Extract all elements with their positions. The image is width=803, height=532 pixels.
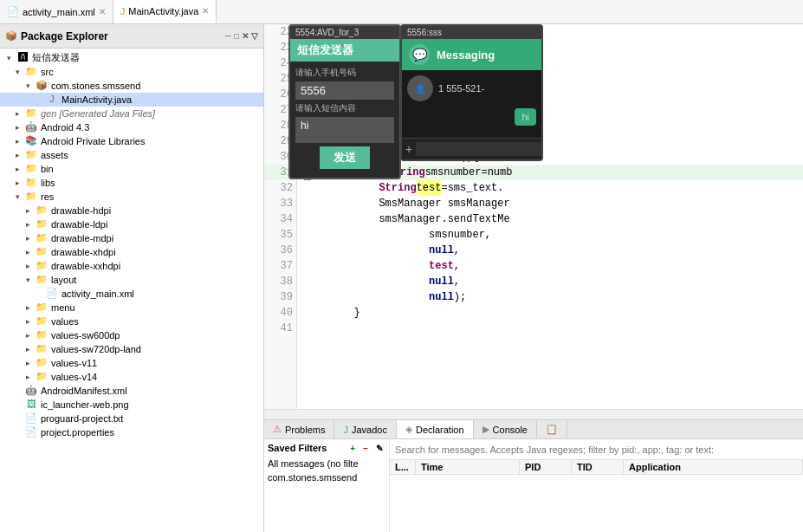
folder-layout: 📁 [35, 274, 49, 286]
problems-icon: ⚠ [273, 424, 282, 435]
filter-com-stones[interactable]: com.stones.smssend [268, 470, 385, 484]
tab-activity-main[interactable]: 📄 activity_main.xml ✕ [0, 0, 113, 23]
contact-row: 👤 1 555-521- [407, 75, 536, 101]
package-explorer-panel: 📦 Package Explorer ─ □ ✕ ▽ ▾ 🅰 短信发送器 ▾ 📁 [0, 24, 264, 532]
file-tree: ▾ 🅰 短信发送器 ▾ 📁 src ▾ 📦 com.stones.smssend [0, 49, 263, 532]
tree-item-src[interactable]: ▾ 📁 src [0, 65, 263, 79]
folder-mdpi: 📁 [35, 232, 49, 244]
tree-item-menu[interactable]: ▸ 📁 menu [0, 301, 263, 315]
send-btn[interactable]: 发送 [320, 146, 370, 169]
tree-item-activity-xml[interactable]: 📄 activity_main.xml [0, 287, 263, 301]
tree-item-proguard[interactable]: 📄 proguard-project.txt [0, 412, 263, 425]
compose-input[interactable] [416, 142, 542, 156]
tree-item-gen[interactable]: ▸ 📁 gen [Generated Java Files] [0, 107, 263, 120]
png-icon: 🖼 [24, 399, 38, 411]
folder-menu: 📁 [35, 302, 49, 314]
tree-item-drawable-mdpi[interactable]: ▸ 📁 drawable-mdpi [0, 231, 263, 245]
code-line-39: null ); [304, 289, 803, 305]
emu-5554-content: 请输入手机号码 5556 请输入短信内容 hi 发送 [290, 62, 399, 178]
filter-buttons: + − ✎ [347, 444, 385, 453]
editor-tabs: 📄 activity_main.xml ✕ J MainActivity.jav… [0, 0, 803, 24]
tree-item-assets[interactable]: ▸ 📁 assets [0, 148, 263, 162]
tree-item-values[interactable]: ▸ 📁 values [0, 315, 263, 328]
tab-problems[interactable]: ⚠ Problems [264, 420, 334, 438]
xml-icon: 📄 [45, 288, 59, 300]
tree-item-com[interactable]: ▾ 📦 com.stones.smssend [0, 79, 263, 93]
message-label: 请输入短信内容 [295, 102, 394, 114]
bottom-tab-bar: ⚠ Problems J Javadoc ◈ Declaration ▶ Con… [264, 420, 803, 439]
code-line-36: null , [304, 243, 803, 258]
tree-item-drawable-hdpi[interactable]: ▸ 📁 drawable-hdpi [0, 204, 263, 217]
msg-app-icon: 💬 [409, 44, 430, 65]
edit-filter-btn[interactable]: ✎ [373, 444, 385, 453]
phone-label: 请输入手机号码 [295, 67, 394, 79]
package-icon-header: 📦 [5, 30, 17, 42]
tree-item-layout[interactable]: ▾ 📁 layout [0, 273, 263, 287]
folder-sw720dp: 📁 [35, 343, 49, 355]
arrow-icon[interactable]: ▽ [251, 31, 258, 41]
tree-item-project-props[interactable]: 📄 project.properties [0, 425, 263, 439]
code-line-32: String test =sms_text. [304, 180, 803, 196]
tree-item-res[interactable]: ▾ 📁 res [0, 190, 263, 204]
tree-item-sms[interactable]: ▾ 🅰 短信发送器 [0, 50, 263, 65]
tab-close-activity[interactable]: ✕ [99, 7, 106, 16]
emu-5554-appbar: 短信发送器 [290, 39, 399, 62]
tab-console[interactable]: ▶ Console [474, 420, 537, 438]
log-rows [390, 475, 803, 532]
bottom-content: Saved Filters + − ✎ All messages (no fil… [264, 439, 803, 532]
tree-item-mainactivity[interactable]: J MainActivity.java [0, 93, 263, 107]
msg-sent: hi [407, 105, 536, 129]
tree-item-sw600dp[interactable]: ▸ 📁 values-sw600dp [0, 328, 263, 342]
minimize-icon[interactable]: ─ [225, 31, 231, 41]
tree-item-drawable-xxhdpi[interactable]: ▸ 📁 drawable-xxhdpi [0, 259, 263, 273]
maximize-icon[interactable]: □ [234, 31, 239, 41]
tab-close-main[interactable]: ✕ [202, 6, 209, 16]
log-search-bar [390, 439, 803, 460]
attach-icon[interactable]: + [405, 142, 412, 156]
folder-icon-src: 📁 [24, 66, 38, 78]
tab-declaration[interactable]: ◈ Declaration [397, 420, 474, 438]
tab-mainactivity[interactable]: J MainActivity.java ✕ [113, 0, 217, 23]
log-table-header: L... Time PID TID Application [390, 460, 803, 475]
tree-item-android43[interactable]: ▸ 🤖 Android 4.3 [0, 120, 263, 134]
phone-value[interactable]: 5556 [295, 81, 394, 100]
bottom-panel: ⚠ Problems J Javadoc ◈ Declaration ▶ Con… [264, 419, 803, 532]
col-application: Application [624, 460, 803, 474]
expand-arrow[interactable]: ▾ [7, 54, 16, 62]
message-value[interactable]: hi [295, 117, 394, 143]
tree-item-manifest[interactable]: 🤖 AndroidManifest.xml [0, 384, 263, 398]
add-filter-btn[interactable]: + [347, 444, 358, 453]
tree-item-sw720dp[interactable]: ▸ 📁 values-sw720dp-land [0, 342, 263, 356]
tree-item-bin[interactable]: ▸ 📁 bin [0, 162, 263, 176]
code-line-35: smsnumber, [304, 227, 803, 243]
project-icon: 🅰 [16, 52, 29, 64]
code-line-33: SmsManager smsManager [304, 196, 803, 211]
remove-filter-btn[interactable]: − [360, 444, 371, 453]
filters-column: Saved Filters + − ✎ All messages (no fil… [264, 439, 390, 532]
log-search-input[interactable] [390, 444, 803, 455]
emu-5554-body: 短信发送器 请输入手机号码 5556 请输入短信内容 hi 发送 [290, 39, 399, 178]
tree-item-ic-launcher[interactable]: 🖼 ic_launcher-web.png [0, 398, 263, 412]
folder-bin: 📁 [24, 163, 38, 175]
emu-5554-title[interactable]: 5554:AVD_for_3 [290, 26, 399, 39]
col-pid: PID [520, 460, 572, 474]
folder-libs: 📁 [24, 177, 38, 189]
emu-5556-title[interactable]: 5556:sss [402, 26, 541, 39]
tab-javadoc[interactable]: J Javadoc [334, 420, 396, 438]
tree-item-libs[interactable]: ▸ 📁 libs [0, 176, 263, 190]
tree-item-v14[interactable]: ▸ 📁 values-v14 [0, 370, 263, 384]
filter-all-messages[interactable]: All messages (no filte [268, 457, 385, 470]
folder-hdpi: 📁 [35, 204, 49, 217]
tree-item-v11[interactable]: ▸ 📁 values-v11 [0, 356, 263, 370]
close-panel-icon[interactable]: ✕ [242, 31, 249, 41]
package-icon-tree: 📦 [35, 80, 49, 92]
tab-logcat[interactable]: 📋 [537, 420, 567, 438]
folder-ldpi: 📁 [35, 218, 49, 230]
tree-item-private[interactable]: ▸ 📚 Android Private Libraries [0, 134, 263, 148]
tree-item-drawable-xhdpi[interactable]: ▸ 📁 drawable-xhdpi [0, 245, 263, 259]
filters-header: Saved Filters + − ✎ [268, 443, 385, 453]
tree-item-drawable-ldpi[interactable]: ▸ 📁 drawable-ldpi [0, 217, 263, 231]
android-icon: 🤖 [24, 121, 38, 133]
horizontal-scrollbar[interactable] [264, 409, 803, 419]
col-level: L... [390, 460, 416, 474]
